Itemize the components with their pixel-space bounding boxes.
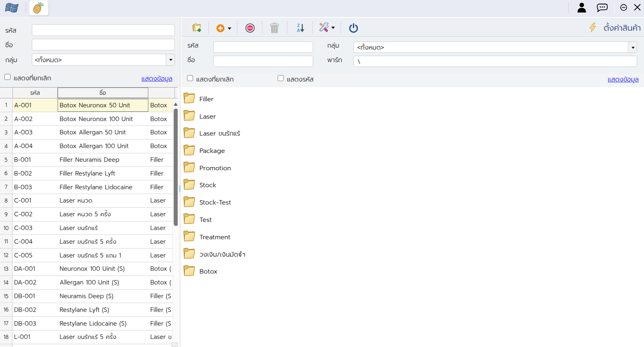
svg-text:Z: Z: [297, 23, 300, 28]
svg-text:A: A: [297, 28, 300, 33]
